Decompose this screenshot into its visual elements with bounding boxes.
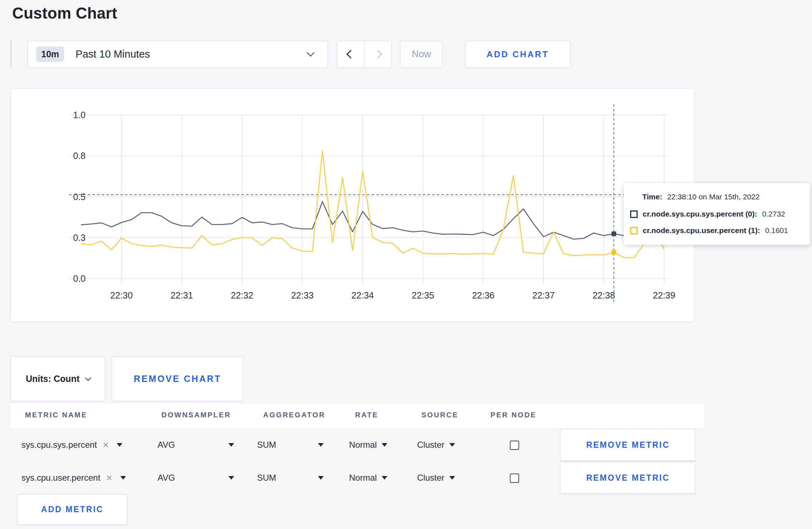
table-row: sys.cpu.user.percent × AVG SUM Normal Cl… bbox=[11, 462, 704, 494]
tooltip-series-sys: cr.node.sys.cpu.sys.percent (0): 0.2732 bbox=[630, 210, 785, 218]
per-node-checkbox[interactable] bbox=[510, 441, 519, 450]
x-axis-tick-label: 22:35 bbox=[412, 290, 434, 300]
x-axis-tick-label: 22:31 bbox=[170, 290, 193, 300]
x-axis-tick-label: 22:30 bbox=[110, 290, 133, 300]
header-per-node: PER NODE bbox=[490, 411, 536, 419]
user-series-swatch-icon bbox=[630, 227, 638, 234]
caret-down-icon[interactable] bbox=[318, 429, 324, 461]
y-axis-tick-label: 0.5 bbox=[73, 192, 86, 202]
toolbar-divider bbox=[11, 40, 11, 68]
aggregator-select[interactable]: SUM bbox=[257, 462, 276, 494]
x-axis-tick-label: 22:34 bbox=[352, 290, 374, 300]
time-range-badge: 10m bbox=[36, 47, 64, 62]
caret-down-icon bbox=[382, 443, 387, 447]
time-range-dropdown[interactable]: 10m Past 10 Minutes bbox=[28, 40, 328, 68]
series-line-cr.node.sys.cpu.user.percent bbox=[81, 151, 664, 258]
source-select[interactable]: Cluster bbox=[417, 429, 455, 461]
remove-chart-button[interactable]: REMOVE CHART bbox=[112, 356, 243, 401]
caret-down-icon bbox=[120, 476, 126, 480]
y-axis-tick-label: 0.3 bbox=[73, 233, 86, 243]
y-axis-tick-label: 0.0 bbox=[73, 273, 86, 283]
downsampler-select[interactable]: AVG bbox=[158, 429, 175, 461]
y-axis-tick-label: 1.0 bbox=[73, 110, 86, 120]
chevron-left-icon bbox=[346, 50, 355, 58]
rate-select[interactable]: Normal bbox=[349, 462, 387, 494]
remove-metric-button[interactable]: REMOVE METRIC bbox=[560, 429, 696, 461]
now-button[interactable]: Now bbox=[400, 40, 443, 68]
caret-down-icon[interactable] bbox=[228, 429, 234, 461]
remove-metric-button[interactable]: REMOVE METRIC bbox=[560, 462, 696, 494]
caret-down-icon bbox=[382, 476, 387, 480]
clear-metric-icon[interactable]: × bbox=[106, 472, 112, 484]
header-source: SOURCE bbox=[421, 411, 459, 419]
rate-select[interactable]: Normal bbox=[349, 429, 387, 461]
page-title: Custom Chart bbox=[12, 4, 117, 22]
x-axis-tick-label: 22:39 bbox=[653, 290, 676, 300]
units-dropdown[interactable]: Units: Count bbox=[11, 356, 105, 401]
cpu-usage-chart[interactable]: 0.00.30.50.81.022:3022:3122:3222:3322:34… bbox=[11, 89, 694, 321]
header-downsampler: DOWNSAMPLER bbox=[161, 411, 231, 419]
x-axis-tick-label: 22:37 bbox=[532, 290, 555, 300]
chevron-down-icon bbox=[85, 375, 91, 381]
tooltip-series-user: cr.node.sys.cpu.user.percent (1): 0.1601 bbox=[630, 226, 788, 235]
metric-name-select[interactable]: sys.cpu.user.percent × bbox=[21, 462, 126, 494]
chevron-down-icon bbox=[307, 49, 314, 57]
per-node-checkbox[interactable] bbox=[510, 474, 519, 483]
time-forward-button[interactable] bbox=[364, 41, 391, 68]
x-axis-tick-label: 22:32 bbox=[231, 290, 253, 300]
metric-name-select[interactable]: sys.cpu.sys.percent × bbox=[21, 429, 122, 461]
x-axis-tick-label: 22:38 bbox=[593, 290, 615, 300]
clear-metric-icon[interactable]: × bbox=[103, 439, 109, 451]
add-metric-button[interactable]: ADD METRIC bbox=[17, 494, 127, 525]
aggregator-select[interactable]: SUM bbox=[257, 429, 276, 461]
caret-down-icon[interactable] bbox=[228, 462, 234, 494]
hover-point-cr.node.sys.cpu.sys.percent bbox=[612, 232, 616, 236]
chart-tooltip: Time:22:38:10 on Mar 15th, 2022 cr.node.… bbox=[624, 183, 810, 245]
y-axis-tick-label: 0.8 bbox=[73, 151, 86, 161]
caret-down-icon[interactable] bbox=[318, 462, 324, 494]
time-back-button[interactable] bbox=[337, 41, 364, 68]
caret-down-icon bbox=[449, 443, 455, 447]
header-rate: RATE bbox=[355, 411, 378, 419]
caret-down-icon bbox=[449, 476, 455, 480]
series-line-cr.node.sys.cpu.sys.percent bbox=[81, 202, 664, 239]
caret-down-icon bbox=[117, 443, 122, 447]
header-aggregator: AGGREGATOR bbox=[263, 411, 325, 419]
source-select[interactable]: Cluster bbox=[417, 462, 455, 494]
add-chart-button[interactable]: ADD CHART bbox=[465, 40, 570, 68]
header-metric-name: METRIC NAME bbox=[25, 411, 87, 419]
hover-point-cr.node.sys.cpu.user.percent bbox=[612, 250, 616, 254]
time-range-label: Past 10 Minutes bbox=[76, 48, 150, 60]
table-row: sys.cpu.sys.percent × AVG SUM Normal Clu… bbox=[11, 429, 704, 461]
x-axis-tick-label: 22:36 bbox=[472, 290, 494, 300]
sys-series-swatch-icon bbox=[630, 210, 638, 218]
tooltip-time: Time:22:38:10 on Mar 15th, 2022 bbox=[642, 193, 760, 201]
x-axis-tick-label: 22:33 bbox=[291, 290, 314, 300]
downsampler-select[interactable]: AVG bbox=[158, 462, 175, 494]
chart-card: 0.00.30.50.81.022:3022:3122:3222:3322:34… bbox=[11, 88, 695, 322]
metrics-table-header: METRIC NAME DOWNSAMPLER AGGREGATOR RATE … bbox=[11, 404, 704, 428]
time-nav-group bbox=[337, 40, 392, 68]
chevron-right-icon bbox=[373, 50, 382, 58]
